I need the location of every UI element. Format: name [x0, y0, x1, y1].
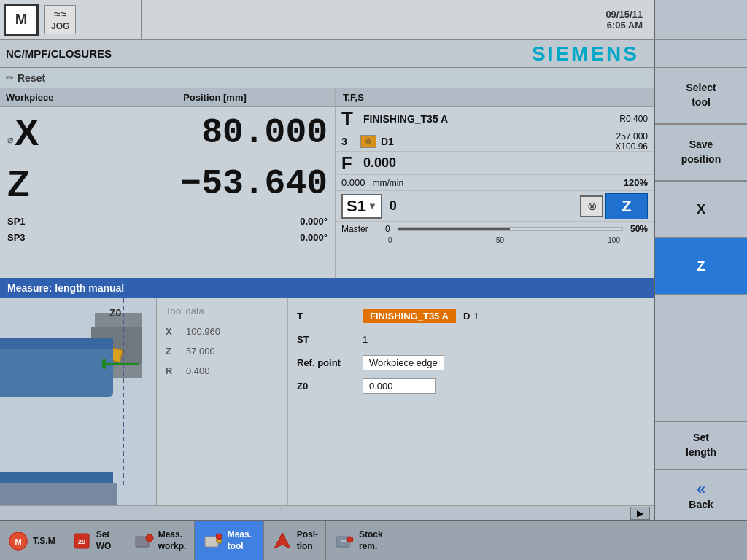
reset-label: Reset	[18, 72, 45, 84]
jog-text: JOG	[51, 21, 69, 31]
arrow-indicator	[102, 357, 142, 373]
datetime-display: 09/15/11 6:05 AM	[605, 9, 643, 31]
jog-control[interactable]: ≈≈ T.S.M JOG	[44, 5, 76, 34]
tool-d-label: D1	[381, 136, 394, 147]
back-button[interactable]: « Back	[655, 470, 747, 520]
s1-value: 0	[390, 198, 580, 214]
time: 6:05 AM	[605, 20, 643, 31]
tool-data-label: Tool data	[166, 306, 279, 316]
set-length-button[interactable]: Set length	[655, 421, 747, 470]
z-active-button[interactable]: Z	[605, 193, 648, 219]
ref-field-value: Workpiece edge	[363, 355, 444, 370]
tool-val-x: X100.96	[615, 141, 648, 152]
f-sub-value: 0.000	[341, 177, 365, 188]
set-wo-label: Set WO	[96, 529, 112, 552]
date: 09/15/11	[605, 9, 643, 20]
col-workpiece: Workpiece	[6, 92, 101, 103]
z0-visual-label: Z0	[109, 307, 121, 319]
svg-marker-10	[274, 533, 290, 548]
meas-tool-button[interactable]: Meas. tool	[195, 521, 264, 560]
prog-100: 100	[608, 236, 620, 244]
right-sidebar: Select tool Save position X Z Set length…	[654, 68, 747, 520]
sp3-value: 0.000°	[47, 232, 328, 243]
svg-point-9	[216, 534, 222, 540]
x-button[interactable]: X	[655, 182, 747, 238]
bottom-toolbar: M T.S.M 20 Set WO Meas. workp	[0, 520, 747, 560]
position-button[interactable]: Posi- tion	[264, 521, 326, 560]
measure-x-value: 100.960	[186, 326, 220, 337]
tsm-icon: M	[7, 530, 29, 552]
svg-text:M: M	[15, 537, 21, 546]
save-position-button[interactable]: Save position	[655, 125, 747, 182]
x-btn-label: X	[697, 202, 705, 217]
meas-tool-label: Meas. tool	[228, 529, 252, 552]
t-field-value: FINISHING_T35 A	[363, 309, 456, 323]
s1-box: S1 ▼	[341, 194, 382, 219]
z0-field-input[interactable]	[363, 378, 436, 394]
position-icon	[271, 530, 293, 552]
s1-stop-button[interactable]: ⊗	[580, 195, 603, 217]
back-icon: «	[697, 480, 705, 499]
tsm-button[interactable]: M T.S.M	[0, 521, 63, 560]
z-button[interactable]: Z	[655, 238, 747, 295]
f-symbol: F	[341, 153, 356, 174]
set-length-label: Set length	[686, 431, 716, 459]
diameter-symbol: ⌀	[7, 133, 13, 145]
measure-title: Measure: length manual	[7, 282, 124, 294]
meas-workp-button[interactable]: Meas. workp.	[125, 521, 195, 560]
set-wo-icon: 20	[71, 530, 93, 552]
col-position: Position [mm]	[101, 92, 329, 103]
scroll-right-btn[interactable]: ▶	[630, 507, 650, 520]
d-field-value: 1	[473, 311, 479, 322]
f-percent: 120%	[624, 177, 648, 188]
master-pct: 50%	[630, 224, 648, 234]
set-wo-button[interactable]: 20 Set WO	[63, 521, 125, 560]
tool-name: FINISHING_T35 A	[363, 113, 619, 125]
s1-dropdown-icon[interactable]: ▼	[368, 201, 377, 211]
measure-visual: Z0	[0, 298, 157, 505]
z-axis-label: Z	[7, 163, 44, 205]
tool-number: 3	[341, 136, 355, 147]
progress-bar-fill	[398, 228, 511, 230]
sp1-value: 0.000°	[47, 216, 328, 227]
d-field-label: D	[463, 311, 470, 322]
f-unit: mm/min	[373, 178, 404, 188]
stock-rem-icon	[333, 530, 355, 552]
logo-m: M	[15, 11, 28, 28]
master-value: 0	[385, 224, 390, 234]
sp1-label: SP1	[7, 216, 47, 227]
z-btn-label: Z	[622, 197, 631, 216]
measure-x-label: X	[166, 326, 186, 337]
reset-icon: ✏	[6, 72, 14, 83]
s1-label: S1	[347, 197, 366, 216]
f-value: 0.000	[363, 155, 396, 171]
z-position-value: −53.640	[44, 164, 328, 203]
sp3-label: SP3	[7, 232, 47, 243]
stop-icon: ⊗	[587, 199, 597, 213]
measure-r-label: R	[166, 365, 186, 376]
stock-rem-button[interactable]: Stock rem.	[326, 521, 395, 560]
nc-path: NC/MPF/CLOSURES	[0, 47, 112, 60]
siemens-brand: SIEMENS	[532, 42, 639, 66]
svg-point-6	[146, 534, 153, 542]
z-btn-label2: Z	[697, 259, 705, 274]
x-axis-label: X	[15, 112, 39, 154]
position-label: Posi- tion	[297, 529, 318, 552]
tsm-label: T.S.M	[33, 536, 55, 546]
meas-workp-icon	[133, 530, 155, 552]
measure-z-value: 57.000	[186, 346, 215, 357]
tool-r-value: R0.400	[619, 114, 648, 124]
measure-r-value: 0.400	[186, 365, 210, 376]
stock-rem-label: Stock rem.	[359, 529, 383, 552]
tool-icon	[360, 135, 376, 148]
select-tool-button[interactable]: Select tool	[655, 68, 747, 125]
svg-point-12	[347, 537, 353, 542]
z0-field-label: Z0	[297, 381, 363, 392]
ref-field-label: Ref. point	[297, 357, 363, 368]
tool-val-257: 257.000	[615, 131, 648, 141]
st-field-value: 1	[363, 334, 368, 345]
master-label: Master	[341, 224, 382, 234]
prog-50: 50	[392, 236, 608, 244]
svg-text:20: 20	[78, 538, 85, 545]
save-position-label: Save position	[681, 138, 721, 166]
